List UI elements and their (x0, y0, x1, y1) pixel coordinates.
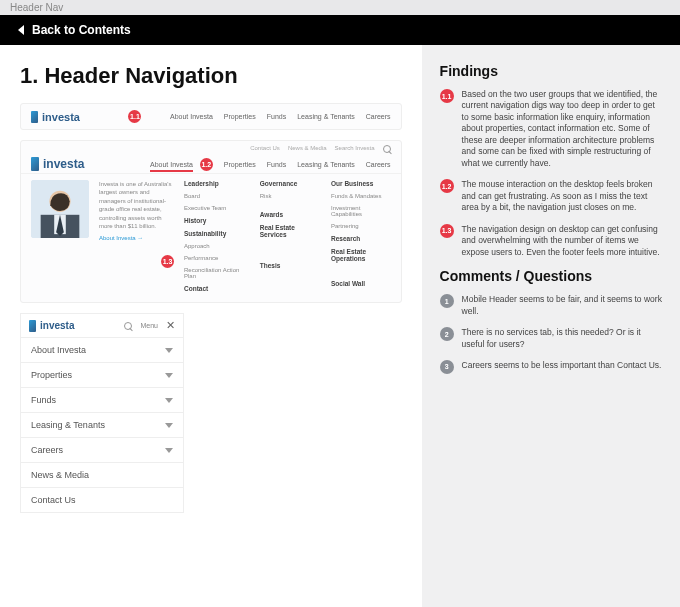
mobile-nav-item: Funds (21, 387, 183, 412)
mobile-nav-item: About Investa (21, 337, 183, 362)
comment-dot-icon: 2 (440, 327, 454, 341)
brand-mark-icon (29, 320, 36, 332)
finding-item: 1.3The navigation design on desktop can … (440, 224, 662, 258)
nav-item: Leasing & Tenants (297, 113, 354, 120)
browser-tab-label: Header Nav (0, 0, 680, 15)
close-icon: ✕ (166, 319, 175, 332)
search-icon (124, 322, 132, 330)
nav-item: Properties (224, 161, 256, 168)
nav-item: Careers (366, 113, 391, 120)
findings-sidebar: Findings 1.1Based on the two user groups… (422, 45, 680, 607)
comment-dot-icon: 1 (440, 294, 454, 308)
brand-mark-icon (31, 111, 38, 123)
utility-link: Search Investa (335, 145, 375, 153)
mobile-nav-label: About Investa (31, 345, 86, 355)
comment-text: Careers seems to be less important than … (462, 360, 662, 374)
nav-item: Leasing & Tenants (297, 161, 354, 168)
chevron-down-icon (165, 398, 173, 403)
mobile-nav-label: Careers (31, 445, 63, 455)
mobile-nav-label: Leasing & Tenants (31, 420, 105, 430)
mobile-nav-label: Funds (31, 395, 56, 405)
finding-marker-1-3: 1.3 (161, 255, 174, 268)
nav-item: Properties (224, 113, 256, 120)
brand-logo: investa (31, 157, 84, 171)
mobile-nav-item: Careers (21, 437, 183, 462)
finding-dot-icon: 1.2 (440, 179, 454, 193)
brand-mark-icon (31, 157, 39, 171)
comment-text: There is no services tab, is this needed… (462, 327, 662, 350)
menu-label: Menu (140, 322, 158, 329)
chevron-down-icon (165, 373, 173, 378)
finding-dot-icon: 1.3 (440, 224, 454, 238)
page-title: 1. Header Navigation (20, 63, 402, 89)
comment-item: 1Mobile Header seems to be fair, and it … (440, 294, 662, 317)
comment-dot-icon: 3 (440, 360, 454, 374)
screenshot-mobile-nav: investa Menu ✕ About InvestaPropertiesFu… (20, 313, 184, 513)
mega-menu-blurb: Investa is one of Australia's largest ow… (99, 180, 174, 292)
finding-marker-1-1: 1.1 (128, 110, 141, 123)
desktop-nav: About Investa Properties Funds Leasing &… (170, 113, 391, 120)
finding-text: Based on the two user groups that we ide… (462, 89, 662, 169)
brand-logo: investa (31, 111, 80, 123)
about-link: About Investa → (99, 234, 174, 242)
nav-item: About Investa (170, 113, 213, 120)
mobile-nav-item: Properties (21, 362, 183, 387)
comment-text: Mobile Header seems to be fair, and it s… (462, 294, 662, 317)
finding-dot-icon: 1.1 (440, 89, 454, 103)
mobile-nav-label: Contact Us (31, 495, 76, 505)
chevron-down-icon (165, 423, 173, 428)
finding-marker-1-2: 1.2 (200, 158, 213, 171)
comment-item: 3Careers seems to be less important than… (440, 360, 662, 374)
utility-nav: Contact Us News & Media Search Investa (250, 145, 390, 153)
mobile-nav-label: News & Media (31, 470, 89, 480)
search-icon (383, 145, 391, 153)
finding-item: 1.2The mouse interaction on the desktop … (440, 179, 662, 213)
screenshot-desktop-header-expanded: Contact Us News & Media Search Investa i… (20, 140, 402, 303)
desktop-nav-expanded: About Investa 1.2 Properties Funds Leasi… (150, 158, 391, 171)
nav-item: Funds (267, 161, 286, 168)
nav-item-active: About Investa (150, 161, 193, 168)
screenshot-desktop-header-collapsed: investa 1.1 About Investa Properties Fun… (20, 103, 402, 130)
brand-logo-mobile: investa (29, 320, 74, 332)
avatar-image (31, 180, 89, 238)
finding-text: The navigation design on desktop can get… (462, 224, 662, 258)
chevron-down-icon (165, 448, 173, 453)
main-content: 1. Header Navigation investa 1.1 About I… (0, 45, 422, 607)
nav-item: Careers (366, 161, 391, 168)
finding-text: The mouse interaction on the desktop fee… (462, 179, 662, 213)
mega-menu-columns: Leadership Board Executive Team History … (184, 180, 391, 292)
utility-link: Contact Us (250, 145, 280, 153)
findings-heading: Findings (440, 63, 662, 79)
utility-link: News & Media (288, 145, 327, 153)
mobile-nav-item: Contact Us (21, 487, 183, 512)
chevron-down-icon (165, 348, 173, 353)
back-to-contents-bar[interactable]: Back to Contents (0, 15, 680, 45)
nav-item: Funds (267, 113, 286, 120)
mobile-nav-item: Leasing & Tenants (21, 412, 183, 437)
mobile-nav-label: Properties (31, 370, 72, 380)
brand-text: investa (42, 111, 80, 123)
comment-item: 2There is no services tab, is this neede… (440, 327, 662, 350)
comments-heading: Comments / Questions (440, 268, 662, 284)
mobile-nav-item: News & Media (21, 462, 183, 487)
back-label: Back to Contents (32, 23, 131, 37)
chevron-left-icon (18, 25, 24, 35)
finding-item: 1.1Based on the two user groups that we … (440, 89, 662, 169)
